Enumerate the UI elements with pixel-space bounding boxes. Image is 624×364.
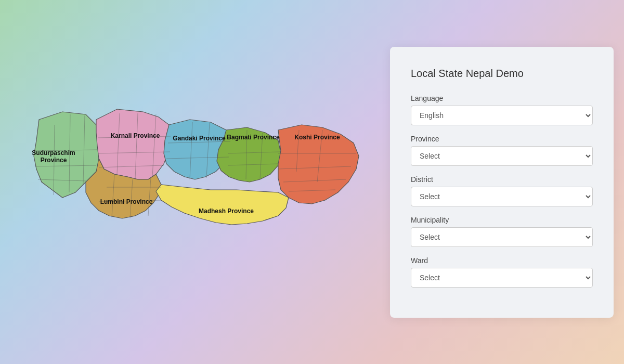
ward-select[interactable]: Select: [411, 268, 593, 288]
koshi-province[interactable]: [278, 125, 359, 204]
bagmati-province[interactable]: [217, 127, 281, 182]
language-select[interactable]: English नेपाली: [411, 106, 593, 125]
municipality-select[interactable]: Select: [411, 227, 593, 247]
province-select[interactable]: Select Koshi Province Madhesh Province B…: [411, 146, 593, 166]
district-group: District Select: [411, 175, 593, 206]
district-select[interactable]: Select: [411, 187, 593, 206]
form-title: Local State Nepal Demo: [411, 68, 593, 80]
map-section: Sudurpaschim Province Karnali Province G…: [10, 10, 390, 354]
form-panel: Local State Nepal Demo Language English …: [390, 47, 614, 318]
map-container: Sudurpaschim Province Karnali Province G…: [23, 36, 377, 328]
province-group: Province Select Koshi Province Madhesh P…: [411, 135, 593, 166]
madhesh-province[interactable]: [156, 185, 289, 225]
ward-group: Ward Select: [411, 256, 593, 288]
language-group: Language English नेपाली: [411, 94, 593, 125]
karnali-province[interactable]: [96, 109, 172, 179]
district-label: District: [411, 175, 593, 184]
language-label: Language: [411, 94, 593, 102]
municipality-label: Municipality: [411, 216, 593, 224]
ward-label: Ward: [411, 256, 593, 265]
municipality-group: Municipality Select: [411, 216, 593, 247]
province-label: Province: [411, 135, 593, 143]
